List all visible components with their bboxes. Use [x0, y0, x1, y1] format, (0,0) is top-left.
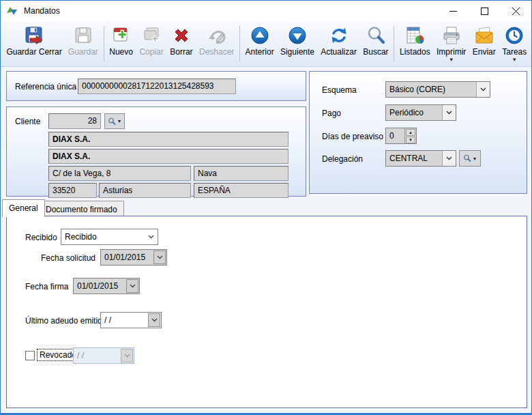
tab-general[interactable]: General — [2, 199, 45, 217]
minimize-button[interactable] — [437, 1, 469, 21]
dropdown-caret-icon: ▼ — [117, 119, 122, 124]
reports-icon — [404, 25, 426, 46]
maximize-button[interactable] — [469, 1, 500, 21]
toolbar-button-imprimir[interactable]: Imprimir ▼ — [433, 23, 469, 62]
magnifier-icon — [463, 154, 471, 162]
chevron-down-icon — [121, 349, 133, 362]
toolbar-button-nuevo[interactable]: Nuevo — [106, 23, 136, 57]
cliente-name-field[interactable]: DIAX S.A. — [48, 132, 289, 147]
toolbar-separator — [104, 26, 104, 61]
chevron-down-icon[interactable] — [153, 251, 166, 264]
fecha-firma-datepicker[interactable]: 01/01/2015 — [73, 278, 140, 294]
toolbar-label: Listados — [400, 47, 430, 57]
save-close-icon — [23, 25, 45, 46]
esquema-label: Esquema — [322, 85, 357, 95]
delegacion-value: CENTRAL — [386, 151, 442, 166]
chevron-down-icon[interactable] — [476, 82, 490, 97]
delegacion-label: Delegación — [322, 154, 363, 164]
toolbar-label: Borrar — [170, 47, 192, 57]
cliente-label: Cliente — [15, 117, 40, 126]
fecha-firma-label: Fecha firma — [25, 282, 68, 291]
fecha-solicitud-datepicker[interactable]: 01/01/2015 — [100, 249, 167, 266]
cliente-name2-field[interactable]: DIAX S.A. — [48, 149, 289, 164]
window-title: Mandatos — [24, 6, 60, 16]
toolbar-button-enviar[interactable]: Enviar — [469, 23, 499, 57]
pago-combobox[interactable]: Periódico — [385, 104, 456, 121]
revocado-checkbox[interactable] — [25, 351, 35, 360]
titlebar: Mandatos — [1, 1, 531, 21]
cliente-city-field[interactable]: Nava — [194, 166, 289, 181]
dropdown-caret-icon[interactable]: ▼ — [512, 57, 517, 62]
next-icon — [286, 25, 308, 46]
delete-icon — [171, 25, 192, 46]
window-controls — [437, 1, 531, 21]
chevron-down-icon[interactable] — [144, 229, 158, 244]
refresh-icon — [328, 25, 350, 46]
app-icon — [6, 5, 18, 16]
chevron-down-icon[interactable] — [148, 313, 160, 327]
referencia-label: Referencia única — [15, 82, 76, 91]
cliente-street-field[interactable]: C/ de la Vega, 8 — [48, 166, 191, 181]
toolbar-label: Guardar Cerrar — [6, 47, 61, 57]
toolbar-button-tareas[interactable]: Tareas ▼ — [499, 23, 530, 62]
toolbar-button-siguiente[interactable]: Siguiente — [277, 23, 317, 57]
magnifier-icon — [108, 117, 116, 126]
copy-icon — [141, 25, 162, 46]
fecha-solicitud-label: Fecha solicitud — [41, 253, 95, 263]
close-button[interactable] — [500, 1, 531, 21]
toolbar-label: Enviar — [473, 47, 496, 57]
pago-label: Pago — [322, 109, 341, 118]
toolbar-button-deshacer[interactable]: Deshacer — [196, 23, 237, 57]
general-tab-panel: Recibido Recibido Fecha solicitud 01/01/… — [6, 216, 527, 408]
delegacion-combobox[interactable]: CENTRAL — [385, 150, 456, 167]
dias-preaviso-label: Días de preaviso — [322, 132, 383, 141]
toolbar-button-actualizar[interactable]: Actualizar — [318, 23, 360, 57]
send-icon — [473, 25, 495, 46]
toolbar-separator — [394, 26, 394, 61]
tab-documento-firmado[interactable]: Documento firmado — [39, 201, 124, 216]
chevron-down-icon[interactable] — [442, 151, 456, 166]
dropdown-caret-icon[interactable]: ▼ — [449, 57, 454, 62]
toolbar-button-borrar[interactable]: Borrar — [167, 23, 196, 57]
ultimo-adeudo-value: / / — [101, 313, 147, 328]
esquema-group: Esquema Básico (CORE) Pago Periódico Día… — [309, 71, 527, 194]
cliente-country-field[interactable]: ESPAÑA — [194, 183, 289, 198]
toolbar-label: Anterior — [246, 47, 274, 57]
toolbar-label: Tareas — [502, 47, 527, 57]
previous-icon — [249, 25, 271, 46]
dropdown-caret-icon: ▼ — [473, 156, 477, 161]
fecha-firma-value: 01/01/2015 — [74, 278, 125, 294]
chevron-down-icon[interactable] — [442, 105, 456, 120]
dias-preaviso-spinner[interactable]: 0 ▲ ▼ — [385, 128, 417, 144]
toolbar-button-anterior[interactable]: Anterior — [242, 23, 277, 57]
toolbar-button-listados[interactable]: Listados — [396, 23, 433, 57]
ultimo-adeudo-label: Último adeudo emitido — [25, 316, 106, 326]
toolbar-button-guardar-cerrar[interactable]: Guardar Cerrar — [3, 23, 65, 57]
toolbar-button-copiar[interactable]: Copiar — [136, 23, 167, 57]
pago-value: Periódico — [386, 105, 442, 120]
toolbar: Guardar Cerrar Guardar — [1, 21, 531, 67]
esquema-combobox[interactable]: Básico (CORE) — [385, 81, 490, 98]
toolbar-label: Deshacer — [199, 47, 234, 57]
toolbar-button-guardar[interactable]: Guardar — [65, 23, 101, 57]
save-icon — [72, 25, 94, 46]
undo-icon — [206, 25, 228, 46]
ultimo-adeudo-datepicker[interactable]: / / — [100, 312, 162, 328]
toolbar-separator — [239, 26, 240, 61]
chevron-down-icon[interactable] — [126, 279, 138, 293]
toolbar-label: Actualizar — [321, 47, 357, 57]
toolbar-button-buscar[interactable]: Buscar — [360, 23, 392, 57]
cliente-group: Cliente 28 ▼ DIAX S.A. DIAX S.A. C/ de l… — [6, 106, 306, 197]
cliente-search-button[interactable]: ▼ — [104, 113, 125, 129]
recibido-combobox[interactable]: Recibido — [61, 229, 158, 245]
referencia-unica-field[interactable]: 00000000002817122013125428593 — [78, 78, 236, 94]
spinner-up-icon[interactable]: ▲ — [406, 129, 415, 136]
cliente-zip-field[interactable]: 33520 — [48, 183, 97, 198]
delegacion-search-button[interactable]: ▼ — [459, 150, 481, 167]
toolbar-label: Buscar — [363, 47, 388, 57]
cliente-code-field[interactable]: 28 — [48, 113, 101, 129]
toolbar-label: Nuevo — [109, 47, 133, 57]
mandatos-window: Mandatos Gua — [0, 0, 532, 415]
cliente-province-field[interactable]: Asturias — [99, 183, 191, 198]
spinner-down-icon[interactable]: ▼ — [406, 137, 415, 143]
